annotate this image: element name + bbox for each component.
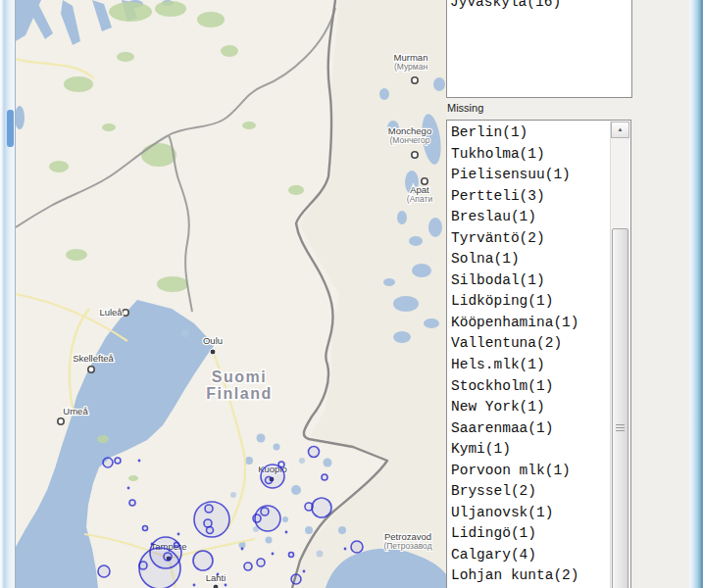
side-panel: Jyväskylä(16) Missing Berlin(1)Tukholma(… <box>446 0 689 588</box>
map-data-circle[interactable] <box>175 543 179 548</box>
missing-list-item[interactable]: Pielisensuu(1) <box>451 165 610 186</box>
map-data-circle[interactable] <box>312 498 331 517</box>
map-data-dot[interactable] <box>225 584 227 587</box>
missing-list-item[interactable]: Tyrväntö(2) <box>451 228 610 250</box>
map-data-circle[interactable] <box>205 505 213 513</box>
missing-list-item[interactable]: Vallentuna(2) <box>451 333 610 355</box>
map-data-circle[interactable] <box>164 553 172 561</box>
map-data-circle[interactable] <box>289 553 294 558</box>
missing-list: Berlin(1)Tukholma(1)Pielisensuu(1)Pertte… <box>451 122 610 588</box>
left-window-scrollbar[interactable] <box>0 0 16 588</box>
city-label: Skellefteå <box>73 353 114 364</box>
city-label: Oulu <box>203 335 223 346</box>
missing-list-item[interactable]: Berlin(1) <box>451 122 610 144</box>
map-data-circle[interactable] <box>193 551 213 570</box>
scrollbar-thumb[interactable] <box>612 228 628 588</box>
missing-list-item[interactable]: Uljanovsk(1) <box>451 503 610 524</box>
map-data-dot[interactable] <box>151 543 154 546</box>
missing-list-scrollbar[interactable]: ▲ <box>610 122 629 588</box>
map-data-circle[interactable] <box>143 526 148 531</box>
map-data-dot[interactable] <box>272 553 275 556</box>
map-data-circle[interactable] <box>278 462 284 467</box>
map-data-circle[interactable] <box>266 477 273 484</box>
missing-list-item[interactable]: Calgary(4) <box>451 545 610 566</box>
left-scrollbar-thumb[interactable] <box>7 110 14 147</box>
map-data-circle[interactable] <box>207 527 214 534</box>
city-label: Lahti <box>206 572 226 583</box>
map-data-circle[interactable] <box>305 503 313 511</box>
city-marker-icon[interactable] <box>58 418 64 424</box>
missing-list-item[interactable]: Stockholm(1) <box>451 376 610 398</box>
map-data-circle[interactable] <box>244 563 252 570</box>
map-data-circle[interactable] <box>103 458 113 467</box>
missing-list-item[interactable]: Solna(1) <box>451 249 610 270</box>
city-marker-icon[interactable] <box>88 367 94 372</box>
missing-list-item[interactable]: Tukholma(1) <box>451 144 610 166</box>
map-data-circle[interactable] <box>309 447 320 458</box>
missing-list-item[interactable]: Hels.mlk(1) <box>451 355 610 376</box>
app-window: Suomi Finland Murman(МурманMonchego(Монч… <box>0 0 703 588</box>
map-data-circle[interactable] <box>253 514 261 522</box>
map-data-circle[interactable] <box>291 574 301 584</box>
missing-list-item[interactable]: Silbodal(1) <box>451 270 610 292</box>
missing-list-item[interactable]: Lohjan kunta(2) <box>451 565 610 587</box>
map-data-circle[interactable] <box>115 458 121 464</box>
city-marker-icon[interactable] <box>210 349 216 355</box>
map-data-dot[interactable] <box>241 548 244 551</box>
finland-map-svg: Suomi Finland Murman(МурманMonchego(Монч… <box>16 0 446 588</box>
missing-list-item[interactable]: Kööpenhamina(1) <box>451 313 610 334</box>
missing-label: Missing <box>447 102 483 114</box>
map-data-circle[interactable] <box>98 565 110 577</box>
map[interactable]: Suomi Finland Murman(МурманMonchego(Монч… <box>16 0 446 588</box>
window-right-border <box>689 0 703 588</box>
missing-list-item[interactable]: Pertteli(3) <box>451 186 610 208</box>
scrollbar-grip <box>616 424 625 433</box>
missing-list-item[interactable]: Breslau(1) <box>451 207 610 228</box>
missing-list-item[interactable]: Saarenmaa(1) <box>451 418 610 440</box>
city-label: Umeå <box>63 406 88 416</box>
map-data-circle[interactable] <box>261 508 269 515</box>
map-data-circle[interactable] <box>322 474 327 480</box>
map-data-circle[interactable] <box>257 559 265 566</box>
found-list-item[interactable]: Jyväskylä(16) <box>447 0 631 12</box>
city-label-cyrillic: (Апати <box>407 194 433 204</box>
map-data-dot[interactable] <box>193 584 196 587</box>
map-region-title-line1: Suomi <box>212 368 267 385</box>
map-region-title-line2: Finland <box>206 385 272 402</box>
map-data-circle[interactable] <box>351 541 363 553</box>
city-marker-icon[interactable] <box>412 152 418 158</box>
map-data-dot[interactable] <box>217 573 220 576</box>
city-label-cyrillic: (Мурман <box>394 62 427 72</box>
missing-list-item[interactable]: Bryssel(2) <box>451 481 610 503</box>
map-data-dot[interactable] <box>177 533 180 536</box>
map-data-dot[interactable] <box>303 570 306 573</box>
city-marker-icon[interactable] <box>213 584 219 588</box>
city-label-cyrillic: (Петрозавод <box>383 541 431 551</box>
map-data-dot[interactable] <box>138 460 141 463</box>
missing-list-item[interactable]: Porvoon mlk(1) <box>451 461 610 482</box>
city-marker-icon[interactable] <box>412 77 418 83</box>
city-label-cyrillic: (Мончегор <box>390 135 430 145</box>
missing-places-listbox[interactable]: Berlin(1)Tukholma(1)Pielisensuu(1)Pertte… <box>446 120 631 588</box>
missing-list-item[interactable]: New York(1) <box>451 397 610 418</box>
map-data-dot[interactable] <box>285 531 288 534</box>
missing-list-item[interactable]: Lidingö(1) <box>451 523 610 545</box>
map-data-dot[interactable] <box>127 487 130 490</box>
city-label: Luleå <box>99 307 123 318</box>
found-places-listbox[interactable]: Jyväskylä(16) <box>446 0 632 98</box>
missing-list-item[interactable]: Lidköping(1) <box>451 291 610 313</box>
scroll-up-button[interactable]: ▲ <box>611 122 629 138</box>
map-data-circle[interactable] <box>129 500 135 506</box>
map-data-dot[interactable] <box>344 548 347 551</box>
city-marker-icon[interactable] <box>123 310 128 316</box>
missing-list-item[interactable]: Kymi(1) <box>451 439 610 461</box>
map-data-circle[interactable] <box>139 562 147 569</box>
